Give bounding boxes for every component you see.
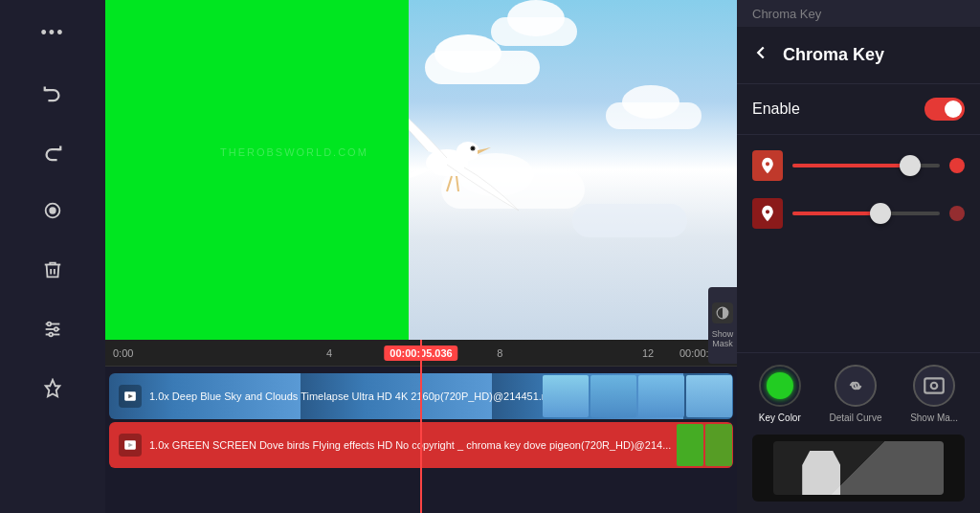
slider1-fill <box>792 164 910 167</box>
contrast-icon <box>712 302 733 323</box>
svg-point-1 <box>50 208 56 213</box>
detail-curve-tool[interactable]: Detail Curve <box>829 365 881 423</box>
timeline-area: 0:00 4 00:00:05.036 8 12 00:00:44.2 1.0x… <box>105 340 737 513</box>
watermark: THEROBSWORLD.COM <box>220 146 368 158</box>
svg-point-5 <box>48 323 52 326</box>
slider2-icon <box>752 198 783 229</box>
back-button[interactable] <box>750 42 771 68</box>
left-toolbar: ••• <box>0 0 105 513</box>
svg-point-9 <box>457 142 479 161</box>
chroma-key-panel: Chroma Key Chroma Key Enable <box>737 0 980 513</box>
bottom-tools: Key Color Detail Curve Show Ma... <box>737 352 980 435</box>
show-mask-tool[interactable]: Show Ma... <box>910 365 958 423</box>
ruler-mark-4: 4 <box>326 347 332 359</box>
panel-header: Chroma Key <box>737 27 980 84</box>
svg-rect-15 <box>924 378 944 392</box>
sky-layer <box>409 0 737 340</box>
pin-button[interactable] <box>32 368 74 410</box>
sliders-area <box>737 135 980 261</box>
key-color-label: Key Color <box>759 413 801 423</box>
slider1-thumb[interactable] <box>900 155 921 176</box>
enable-toggle[interactable] <box>924 98 965 121</box>
bird <box>409 57 543 230</box>
green-track-label: 1.0x GREEN SCREEN Dove birds Flying effe… <box>149 439 724 451</box>
ruler-mark-8: 8 <box>497 347 502 359</box>
svg-point-16 <box>931 383 938 390</box>
slider2-thumb[interactable] <box>870 203 891 224</box>
key-color-tool[interactable]: Key Color <box>759 365 801 423</box>
mask-preview <box>752 435 965 502</box>
enable-row: Enable <box>737 84 980 135</box>
panel-title: Chroma Key <box>783 45 884 65</box>
redo-button[interactable] <box>32 130 74 172</box>
green-track-icon <box>119 434 142 457</box>
slider2-end-indicator <box>949 206 965 221</box>
record-button[interactable] <box>32 190 74 232</box>
undo-button[interactable] <box>32 71 74 113</box>
svg-line-12 <box>447 176 452 191</box>
slider-row-1 <box>752 150 965 181</box>
slider1-icon <box>752 150 783 181</box>
playhead-line[interactable] <box>420 340 422 513</box>
svg-line-13 <box>457 176 458 191</box>
adjust-button[interactable] <box>32 308 74 350</box>
side-toggle: Show Mask <box>708 287 737 364</box>
ruler-mark-0: 0:00 <box>113 347 133 359</box>
green-screen-layer <box>105 0 409 340</box>
ruler-mark-12: 12 <box>642 347 654 359</box>
slider1-end-indicator <box>949 158 965 173</box>
sky-track-icon <box>119 385 142 408</box>
slider2-track[interactable] <box>792 212 940 215</box>
show-mask-label: Show Ma... <box>910 413 958 423</box>
enable-label: Enable <box>752 100 800 118</box>
slider-row-2 <box>752 198 965 229</box>
more-options-button[interactable]: ••• <box>32 11 74 54</box>
detail-curve-label: Detail Curve <box>829 413 881 423</box>
svg-point-6 <box>55 327 58 331</box>
slider1-track[interactable] <box>792 164 940 167</box>
side-toggle-label: Show Mask <box>708 329 737 348</box>
svg-point-7 <box>49 333 53 337</box>
svg-point-11 <box>472 147 474 149</box>
delete-button[interactable] <box>32 249 74 291</box>
slider2-fill <box>792 212 880 215</box>
video-preview: THEROBSWORLD.COM <box>105 0 737 340</box>
